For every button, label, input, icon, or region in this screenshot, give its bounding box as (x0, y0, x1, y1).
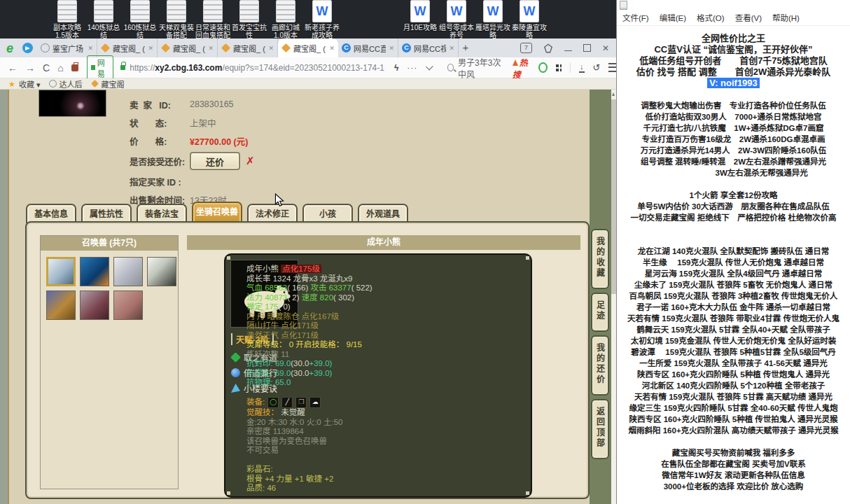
tab-favicon (161, 43, 170, 52)
equip-cloud-icon[interactable]: ☁ (309, 397, 321, 408)
detail-tab[interactable]: 装备法宝 (137, 204, 187, 223)
bargain-button[interactable]: 还价 (190, 152, 240, 170)
search-query[interactable]: 男子3年3次中风 (458, 56, 506, 80)
tab-close-icon[interactable] (389, 45, 394, 52)
apps-grid-icon[interactable] (556, 64, 562, 71)
desktop-icon[interactable]: W 秦陵蛊宜攻略 (511, 0, 548, 39)
page-scrollbar[interactable] (611, 90, 616, 504)
browser-logo-icon[interactable]: e (3, 41, 17, 55)
bookmark-item[interactable]: 收藏 ▾ (8, 78, 41, 90)
detail-tab[interactable]: 外观道具 (358, 204, 408, 223)
side-button[interactable]: 返回顶部 (591, 399, 609, 459)
menu-item[interactable]: 帮助(H) (772, 12, 800, 23)
detail-tab[interactable]: 坐骑召唤兽 (192, 202, 242, 223)
minimize-button[interactable] (564, 50, 572, 51)
netease-cert-badge[interactable]: 网易 (87, 55, 113, 80)
lock-icon[interactable] (120, 65, 125, 70)
menu-item[interactable]: 编辑(E) (660, 12, 686, 23)
tab-close-icon[interactable] (329, 45, 335, 52)
desktop-icon[interactable]: W 雁塔异光攻略 (475, 0, 511, 39)
side-button[interactable]: 足迹 (591, 293, 609, 332)
tab-title: 藏宝阁_ ( (293, 43, 326, 54)
notepad-titlebar[interactable] (617, 0, 850, 10)
browser-tab[interactable]: 藏宝阁_ ( (158, 38, 218, 57)
detail-tab[interactable]: 基本信息 (26, 204, 76, 223)
browser-tab[interactable]: 网易CC视频 (398, 38, 459, 57)
pet-thumbnail[interactable] (147, 257, 176, 286)
workspace-icon[interactable] (71, 64, 79, 71)
desktop-icon[interactable]: W 组号零成本养号 (438, 0, 475, 39)
search-box[interactable]: 男子3年3次中风 (447, 56, 506, 80)
more-icon[interactable]: ··· (407, 63, 417, 73)
tab-close-icon[interactable] (88, 45, 93, 52)
browser-tab[interactable]: 藏宝阁_ ( (278, 38, 338, 57)
tab-title: 网易CC直播 (354, 43, 386, 54)
equip-armor-icon[interactable]: ❒ (295, 397, 307, 408)
scroll-up-icon[interactable] (612, 92, 615, 96)
desktop-icon-label: 天梯双鬼装备搭配 (158, 24, 195, 39)
reject-x-icon (246, 155, 255, 167)
tab-close-icon[interactable] (208, 45, 214, 52)
hot-search-link[interactable]: 热搜 (513, 56, 532, 80)
download-icon[interactable]: ↓ (579, 62, 585, 73)
detail-tab[interactable]: 小孩 (302, 204, 353, 223)
chevron-down-icon[interactable] (426, 63, 433, 70)
pet-thumbnail[interactable] (46, 257, 76, 286)
menu-item[interactable]: 查看(V) (735, 12, 762, 23)
tab-close-icon[interactable] (449, 45, 454, 52)
pet-thumbnail[interactable] (113, 290, 143, 320)
pet-thumbnail[interactable] (46, 290, 76, 320)
equip-tool-icon[interactable]: ╱ (281, 397, 293, 408)
browser-tab[interactable]: 藏宝阁_ ( (218, 38, 278, 57)
character-portrait[interactable] (39, 90, 106, 117)
desktop-icon[interactable]: W 月10E攻略 (402, 0, 438, 39)
desktop-icon[interactable]: W 新老孩子养成攻略 (304, 0, 340, 39)
url-text[interactable]: https://xy2.cbg.163.com/equip?s=174&eid=… (130, 63, 384, 73)
desktop-icon[interactable]: W 140炼狱总结 (85, 0, 122, 39)
tab-counter-badge[interactable]: 7 (520, 43, 532, 53)
refresh-green-icon[interactable] (538, 62, 548, 73)
undo-icon[interactable]: ↺ (593, 62, 601, 73)
maximize-button[interactable] (583, 44, 591, 52)
menu-icon[interactable] (608, 63, 616, 72)
bookmark-item[interactable]: 藏宝阁 (91, 78, 125, 90)
new-tab-button[interactable]: + (459, 41, 473, 55)
scrollbar-thumb[interactable] (611, 99, 616, 294)
reload-icon[interactable]: C (43, 62, 50, 74)
tab-close-icon[interactable] (148, 45, 153, 52)
close-button[interactable] (602, 43, 609, 53)
flash-icon[interactable]: ϟ (394, 63, 398, 73)
bookmark-item[interactable]: 达人后 (49, 78, 83, 90)
side-button[interactable]: 我的收藏 (591, 229, 609, 289)
messenger-icon[interactable] (22, 43, 33, 53)
desktop-icons: W 副本攻略1.5版本 W 140炼狱总结 W 160炼狱总结 W 天梯双鬼装备… (49, 0, 548, 39)
browser-tab[interactable]: 网易CC直播 (338, 38, 398, 57)
tab-close-icon[interactable] (268, 45, 274, 52)
pet-thumbnail[interactable] (80, 290, 109, 320)
forward-icon[interactable]: → (25, 62, 35, 74)
desktop-icon[interactable]: W 画廊幻城1.0版本 (267, 0, 304, 39)
back-icon[interactable]: ← (8, 62, 18, 74)
browser-tab[interactable]: 鉴宝广场 (37, 38, 97, 57)
desktop-icon-label: 新老孩子养成攻略 (304, 24, 340, 39)
flame-icon (513, 59, 518, 66)
pet-thumbnail[interactable] (113, 257, 143, 286)
status-value: 上架中 (190, 116, 216, 130)
side-button[interactable]: 我的还价 (591, 335, 609, 396)
desktop-icon[interactable]: W 首发宝宝抗性 (231, 0, 267, 39)
desktop-icon[interactable]: W 160炼狱总结 (122, 0, 158, 39)
desktop-icon[interactable]: W 副本攻略1.5版本 (49, 0, 85, 39)
notepad-text[interactable]: 全网性价比之王CC蓝V认证 “诚信鉴宝阁，王开好伙伴”低端任务组号开创者 首创7… (617, 26, 850, 492)
desktop-icon[interactable]: W 日常速装和回血鬼搭配 (195, 0, 231, 39)
browser-tab[interactable]: 藏宝阁_ ( (97, 38, 158, 57)
menu-item[interactable]: 文件(F) (622, 12, 649, 23)
menu-item[interactable]: 格式(O) (697, 12, 725, 23)
tab-title: 藏宝阁_ ( (173, 43, 205, 54)
desktop-icon[interactable]: W 天梯双鬼装备搭配 (158, 0, 195, 39)
theme-skin-icon[interactable] (543, 43, 553, 53)
pet-thumbnail[interactable] (80, 257, 109, 286)
equip-ring-icon[interactable]: ◯ (267, 397, 279, 408)
detail-tab[interactable]: 属性抗性 (81, 204, 132, 223)
home-icon[interactable]: ⌂ (57, 62, 63, 74)
detail-tab[interactable]: 法术修正 (247, 204, 298, 223)
